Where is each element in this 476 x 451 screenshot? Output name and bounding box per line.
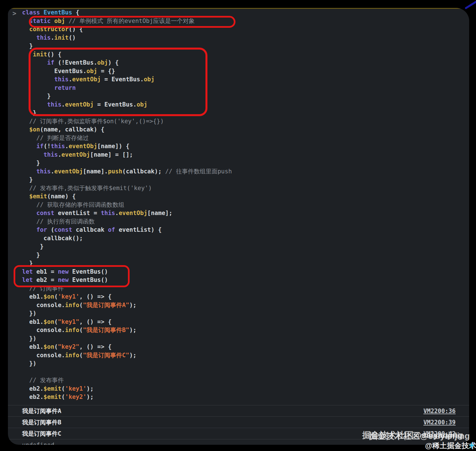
code-token: (name, callbcak) { bbox=[40, 126, 104, 133]
blue-streak-artifact bbox=[465, 1, 476, 9]
code-token: () bbox=[68, 34, 76, 41]
code-token: if bbox=[37, 143, 44, 150]
code-token bbox=[22, 210, 37, 216]
code-token: eb1 = bbox=[33, 268, 58, 275]
code-token: info bbox=[65, 302, 80, 309]
console-output-row: 我是订阅事件AVM2200:36 bbox=[8, 405, 469, 416]
code-line: } bbox=[22, 159, 232, 167]
code-token: this bbox=[37, 168, 51, 175]
code-comment: // 订阅事件,类似监听事件$on('key',()=>{}) bbox=[29, 118, 164, 125]
code-token: ( bbox=[47, 226, 54, 233]
code-token: () { bbox=[68, 26, 83, 33]
code-token bbox=[22, 193, 29, 200]
code-token bbox=[22, 76, 54, 83]
code-line: // 订阅事件,类似监听事件$on('key',()=>{}) bbox=[22, 117, 232, 126]
sparkle-icon bbox=[469, 442, 475, 450]
code-token: $on bbox=[44, 293, 54, 300]
code-line: let eb2 = new EventBus() bbox=[22, 276, 232, 284]
code-token: }) bbox=[22, 335, 37, 342]
code-line: eb1.$on("key2", () => { bbox=[22, 343, 232, 351]
source-location-link[interactable]: VM2200:39 bbox=[423, 419, 456, 426]
code-token: . bbox=[58, 151, 61, 158]
code-token bbox=[22, 118, 29, 125]
code-line: if(!this.eventObj[name]) { bbox=[22, 142, 232, 151]
code-token: . bbox=[51, 34, 54, 41]
code-token bbox=[22, 101, 47, 108]
code-token bbox=[22, 18, 29, 24]
code-token: (! bbox=[44, 143, 51, 150]
code-token: $on bbox=[44, 343, 54, 350]
code-token: } bbox=[22, 109, 37, 116]
code-line: class EventBus { bbox=[22, 8, 232, 17]
code-token: 'key1' bbox=[58, 293, 79, 300]
code-token: info bbox=[65, 327, 80, 333]
code-token: () { bbox=[47, 51, 62, 58]
code-line: } bbox=[22, 251, 232, 259]
code-token: console. bbox=[22, 302, 65, 309]
code-line: return bbox=[22, 84, 232, 92]
code-token: for bbox=[37, 226, 47, 233]
code-token: let bbox=[22, 268, 33, 275]
code-token bbox=[22, 226, 37, 233]
code-token: const bbox=[54, 226, 72, 233]
code-token bbox=[22, 168, 37, 175]
code-token: . bbox=[61, 101, 65, 108]
code-token: (callbcak); bbox=[122, 168, 165, 175]
code-token: $emit bbox=[29, 193, 47, 200]
code-token: 'key1' bbox=[65, 385, 87, 392]
watermark-overlay-copy2: 掘金技术社区@saiyanjing bbox=[369, 430, 470, 442]
code-line bbox=[22, 368, 232, 376]
code-token: $on bbox=[29, 126, 40, 133]
code-token: } bbox=[22, 252, 40, 258]
console-message-text: 我是订阅事件B bbox=[22, 418, 61, 426]
code-token bbox=[22, 185, 29, 192]
code-token: ( bbox=[79, 302, 83, 309]
code-token: console. bbox=[22, 352, 65, 359]
code-token: eb2. bbox=[22, 385, 44, 392]
code-token: eventObj bbox=[68, 143, 97, 150]
code-token: [name]; bbox=[147, 210, 173, 216]
code-token bbox=[22, 201, 37, 208]
code-line: console.info("我是订阅事件C"); bbox=[22, 351, 232, 360]
code-token: this bbox=[54, 76, 69, 83]
code-token: } bbox=[22, 176, 33, 183]
code-line: eb2.$emit('key2'); bbox=[22, 393, 232, 401]
code-token: this bbox=[44, 151, 58, 158]
code-token: . bbox=[115, 210, 119, 216]
code-token: of bbox=[108, 226, 115, 233]
code-token bbox=[22, 143, 37, 150]
code-line: } bbox=[22, 92, 232, 101]
source-location-link[interactable]: VM2200:36 bbox=[423, 408, 456, 414]
code-line: } bbox=[22, 242, 232, 251]
code-comment: // 单例模式 所有的eventObj应该是一个对象 bbox=[68, 18, 195, 24]
code-token: }) bbox=[22, 310, 37, 317]
code-line: // 订阅事件 bbox=[22, 284, 232, 293]
code-token: "key1" bbox=[58, 318, 79, 325]
code-token: return bbox=[54, 84, 76, 91]
code-token bbox=[65, 18, 69, 24]
code-token bbox=[22, 84, 54, 91]
console-prompt-chevron-icon: > bbox=[12, 10, 16, 17]
code-line: } bbox=[22, 109, 232, 117]
code-token: 'key2' bbox=[65, 393, 87, 400]
code-token: ); bbox=[87, 393, 94, 400]
code-line: this.eventObj = EventBus.obj bbox=[22, 75, 232, 84]
code-token: obj bbox=[137, 101, 147, 108]
code-token: eventObj bbox=[65, 101, 94, 108]
code-token: EventBus bbox=[44, 9, 72, 16]
code-comment: // 发布事件,类似于触发事件$emit('key') bbox=[29, 185, 152, 192]
code-line: this.eventObj[name].push(callbcak); // 往… bbox=[22, 167, 232, 176]
code-token: this bbox=[101, 210, 115, 216]
code-token: = EventBus. bbox=[101, 76, 144, 83]
code-comment: // 判断是否存储过 bbox=[37, 135, 89, 141]
code-token bbox=[22, 26, 29, 33]
code-token: init bbox=[33, 51, 47, 58]
code-line: }) bbox=[22, 309, 232, 318]
code-token: ) { bbox=[108, 59, 119, 66]
code-token: $on bbox=[44, 318, 54, 325]
code-comment: // 发布事件 bbox=[29, 377, 64, 384]
code-token bbox=[22, 34, 37, 41]
code-token: ( bbox=[79, 327, 83, 333]
code-token: "我是订阅事件A" bbox=[83, 302, 129, 309]
code-token: constructor bbox=[29, 26, 68, 33]
